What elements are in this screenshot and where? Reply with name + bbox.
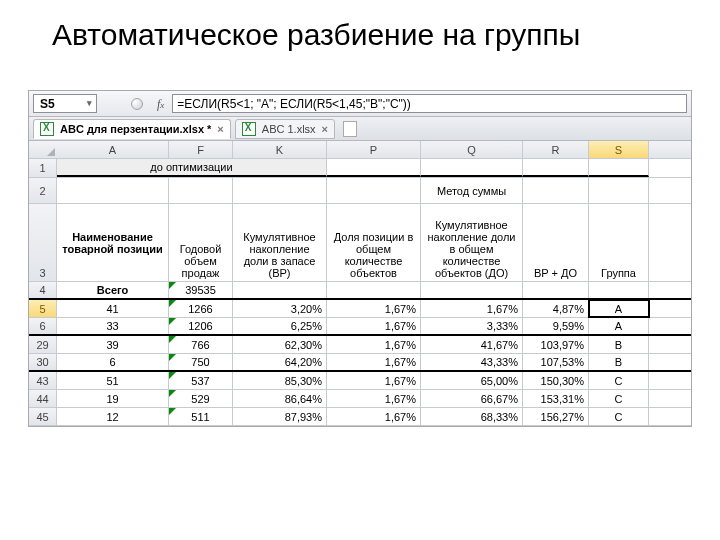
cell[interactable]: 1,67% <box>327 336 421 353</box>
cell[interactable]: до оптимизации <box>57 159 327 177</box>
cell[interactable]: 1266 <box>169 300 233 317</box>
cell[interactable]: 150,30% <box>523 372 589 389</box>
cell[interactable] <box>421 159 523 177</box>
cell[interactable]: B <box>589 354 649 370</box>
cell[interactable]: 766 <box>169 336 233 353</box>
cell[interactable] <box>421 282 523 298</box>
cell[interactable]: 537 <box>169 372 233 389</box>
cell[interactable] <box>57 178 169 203</box>
select-all-corner[interactable] <box>29 141 57 158</box>
cell[interactable] <box>523 159 589 177</box>
cell[interactable]: 19 <box>57 390 169 407</box>
insert-function-icon[interactable] <box>131 98 143 110</box>
new-document-icon[interactable] <box>343 121 357 137</box>
row-number[interactable]: 6 <box>29 318 57 334</box>
col-header-P[interactable]: P <box>327 141 421 158</box>
cell[interactable]: 39 <box>57 336 169 353</box>
cell[interactable]: 39535 <box>169 282 233 298</box>
header-cell[interactable]: Группа <box>589 204 649 281</box>
cell[interactable]: 41 <box>57 300 169 317</box>
row-number[interactable]: 29 <box>29 336 57 353</box>
cell[interactable]: 1206 <box>169 318 233 334</box>
header-cell[interactable]: Наименование товарной позиции <box>57 204 169 281</box>
cell[interactable]: 85,30% <box>233 372 327 389</box>
row-number[interactable]: 44 <box>29 390 57 407</box>
cell[interactable]: Всего <box>57 282 169 298</box>
col-header-R[interactable]: R <box>523 141 589 158</box>
workbook-tab[interactable]: ABC 1.xlsx × <box>235 119 335 139</box>
cell[interactable]: 107,53% <box>523 354 589 370</box>
cell[interactable]: 1,67% <box>327 318 421 334</box>
close-icon[interactable]: × <box>322 123 328 135</box>
cell[interactable]: Метод суммы <box>421 178 523 203</box>
col-header-S[interactable]: S <box>589 141 649 158</box>
cell[interactable]: 62,30% <box>233 336 327 353</box>
cell[interactable]: 51 <box>57 372 169 389</box>
cell[interactable]: 1,67% <box>421 300 523 317</box>
cell[interactable]: 3,33% <box>421 318 523 334</box>
row-number[interactable]: 4 <box>29 282 57 298</box>
cell[interactable]: 9,59% <box>523 318 589 334</box>
close-icon[interactable]: × <box>217 123 223 135</box>
cell[interactable] <box>327 159 421 177</box>
row-number[interactable]: 5 <box>29 300 57 317</box>
col-header-K[interactable]: K <box>233 141 327 158</box>
cell[interactable]: 1,67% <box>327 372 421 389</box>
spreadsheet-grid[interactable]: A F K P Q R S 1 до оптимизации 2 Метод с… <box>29 141 691 426</box>
cell[interactable]: 43,33% <box>421 354 523 370</box>
col-header-F[interactable]: F <box>169 141 233 158</box>
cell[interactable] <box>589 282 649 298</box>
cell[interactable]: B <box>589 336 649 353</box>
cell[interactable]: 4,87% <box>523 300 589 317</box>
cell[interactable]: 68,33% <box>421 408 523 425</box>
cell[interactable] <box>523 282 589 298</box>
header-cell[interactable]: Кумулятивное накопление доли в общем кол… <box>421 204 523 281</box>
header-cell[interactable]: Кумулятивное накопление доли в запасе (B… <box>233 204 327 281</box>
cell[interactable]: 1,67% <box>327 390 421 407</box>
cell[interactable]: 3,20% <box>233 300 327 317</box>
cell[interactable]: 66,67% <box>421 390 523 407</box>
cell[interactable] <box>169 178 233 203</box>
header-cell[interactable]: Доля позиции в общем количестве объектов <box>327 204 421 281</box>
cell[interactable]: 153,31% <box>523 390 589 407</box>
workbook-tab-active[interactable]: ABC для перзентации.xlsx * × <box>33 119 231 139</box>
row-number[interactable]: 2 <box>29 178 57 203</box>
row-number[interactable]: 30 <box>29 354 57 370</box>
name-box[interactable]: S5 <box>33 94 97 113</box>
cell[interactable]: 103,97% <box>523 336 589 353</box>
cell[interactable]: A <box>589 300 649 317</box>
cell[interactable]: A <box>589 318 649 334</box>
header-cell[interactable]: Годовой объем продаж <box>169 204 233 281</box>
cell[interactable]: 6,25% <box>233 318 327 334</box>
cell[interactable] <box>327 282 421 298</box>
cell[interactable]: 156,27% <box>523 408 589 425</box>
row-number[interactable]: 45 <box>29 408 57 425</box>
cell[interactable]: C <box>589 372 649 389</box>
col-header-Q[interactable]: Q <box>421 141 523 158</box>
row-number[interactable]: 3 <box>29 204 57 281</box>
col-header-A[interactable]: A <box>57 141 169 158</box>
cell[interactable] <box>589 159 649 177</box>
cell[interactable]: C <box>589 408 649 425</box>
cell[interactable]: 12 <box>57 408 169 425</box>
cell[interactable] <box>523 178 589 203</box>
row-number[interactable]: 1 <box>29 159 57 177</box>
cell[interactable]: 65,00% <box>421 372 523 389</box>
cell[interactable]: 33 <box>57 318 169 334</box>
cell[interactable] <box>589 178 649 203</box>
header-cell[interactable]: BP + ДО <box>523 204 589 281</box>
cell[interactable]: 1,67% <box>327 354 421 370</box>
cell[interactable]: C <box>589 390 649 407</box>
row-number[interactable]: 43 <box>29 372 57 389</box>
cell[interactable]: 1,67% <box>327 408 421 425</box>
formula-input[interactable]: =ЕСЛИ(R5<1; "A"; ЕСЛИ(R5<1,45;"B";"C")) <box>172 94 687 113</box>
cell[interactable] <box>327 178 421 203</box>
cell[interactable]: 529 <box>169 390 233 407</box>
cell[interactable]: 6 <box>57 354 169 370</box>
cell[interactable]: 1,67% <box>327 300 421 317</box>
cell[interactable]: 86,64% <box>233 390 327 407</box>
cell[interactable]: 750 <box>169 354 233 370</box>
cell[interactable]: 64,20% <box>233 354 327 370</box>
cell[interactable]: 41,67% <box>421 336 523 353</box>
cell[interactable] <box>233 178 327 203</box>
